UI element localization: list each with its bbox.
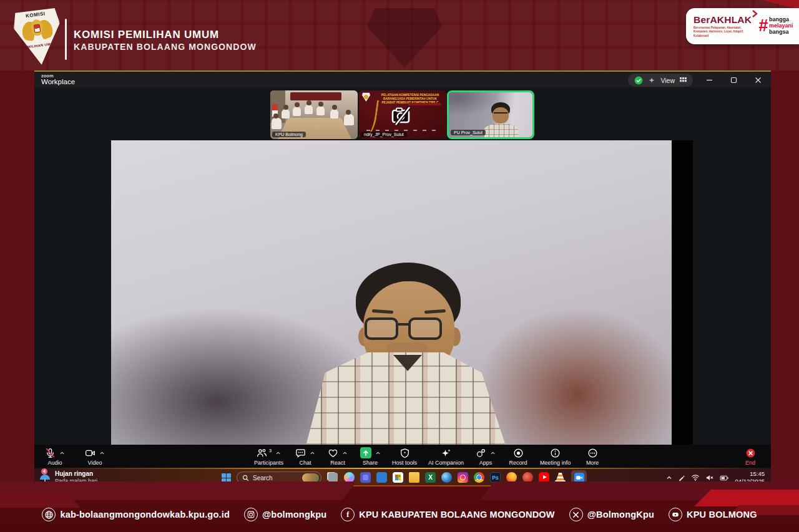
excel-icon[interactable]: X [425, 472, 436, 483]
desktop-screenshot: zoom Workplace View [34, 70, 771, 486]
ai-companion-button[interactable]: AI Companion [428, 447, 464, 466]
video-thumbnail-slide-share[interactable]: PELATIHAN KOMPETENSI PENGADAAN BARANG/JA… [359, 90, 446, 139]
file-explorer-icon[interactable] [409, 472, 419, 483]
x-handle: @BolmongKpu [587, 510, 654, 520]
google-earth-icon[interactable] [441, 472, 452, 483]
end-call-icon[interactable] [745, 448, 756, 458]
zoom-edition: Workplace [41, 78, 75, 85]
search-label: Search [253, 475, 298, 481]
tag-word: bangsa [769, 29, 793, 36]
instagram-item: @bolmongkpu [244, 508, 326, 521]
org-name: KOMISI PEMILIHAN UMUM [74, 29, 219, 41]
main-speaker-video [111, 140, 693, 445]
ai-sparkle-icon[interactable] [648, 77, 655, 84]
apps-icon[interactable] [476, 448, 486, 458]
blue-app-icon[interactable] [376, 472, 387, 483]
kpu-shield: KOMISI PEMILIHAN UMUM [12, 5, 65, 67]
zoom-toolbar: Audio Video [34, 445, 771, 469]
camera-icon[interactable] [85, 448, 96, 458]
x-item: @BolmongKpu [569, 508, 654, 521]
speaker-glasses [365, 317, 442, 340]
chevron-up-icon[interactable] [275, 451, 281, 455]
microsoft-store-icon[interactable] [393, 472, 403, 483]
hash-icon: # [758, 19, 768, 33]
battery-icon[interactable] [720, 475, 729, 481]
camera-off-icon [390, 106, 415, 126]
facebook-item: f KPU KABUPATEN BOLAANG MONGONDOW [341, 508, 554, 521]
more-button[interactable]: More [582, 447, 603, 466]
chat-icon[interactable] [295, 448, 306, 458]
chevron-up-icon[interactable] [310, 451, 315, 455]
zoom-meeting-area: KPU Bolmong PELATIHAN KOMPETENSI PENGADA… [34, 87, 771, 445]
kpu-logo: KOMISI PEMILIHAN UMUM [12, 5, 65, 67]
task-view-icon[interactable] [328, 473, 338, 482]
website-item: kab-bolaangmongondowkab.kpu.go.id [42, 508, 230, 521]
teams-icon[interactable] [360, 472, 371, 483]
globe-icon [42, 508, 56, 521]
participants-icon[interactable] [257, 448, 267, 458]
berakhlak-badge: BerAKHLAK Berorientasi Pelayanan, Akunta… [686, 8, 799, 44]
chevron-up-icon[interactable] [99, 451, 105, 455]
volume-muted-icon[interactable] [705, 474, 714, 481]
meeting-secure-icon[interactable] [634, 76, 643, 85]
berakhlak-title: BerAKHLAK [694, 14, 753, 26]
chevron-up-icon[interactable] [59, 451, 65, 455]
shield-icon[interactable] [400, 448, 410, 458]
search-icon [242, 475, 249, 481]
bangga-melayani-bangsa-logo: # bangga melayani bangsa [758, 17, 793, 35]
participants-button[interactable]: 3 Participants [254, 447, 283, 466]
instagram-icon [244, 508, 258, 521]
record-button[interactable]: Record [507, 447, 529, 466]
instagram-handle: @bolmongkpu [262, 510, 326, 520]
weather-condition: Hujan ringan [55, 470, 97, 478]
view-button-label[interactable]: View [660, 77, 675, 84]
record-icon[interactable] [513, 448, 524, 458]
heart-icon[interactable] [328, 448, 338, 458]
more-icon[interactable] [587, 448, 598, 458]
chevron-up-icon[interactable] [375, 451, 381, 455]
participant-name-label: KPU Bolmong [272, 132, 306, 137]
share-button[interactable]: Share [360, 447, 381, 466]
react-button[interactable]: React [327, 447, 348, 466]
header-divider [65, 19, 67, 60]
website-url: kab-bolaangmongondowkab.kpu.go.id [60, 510, 230, 520]
page: KOMISI PEMILIHAN UMUM KOMISI PEMILIHAN U… [0, 0, 799, 532]
x-icon [569, 508, 583, 521]
pen-icon[interactable] [678, 474, 685, 481]
instagram-icon[interactable] [458, 472, 468, 483]
host-tools-button[interactable]: Host tools [392, 447, 417, 466]
sparkle-icon[interactable] [441, 448, 451, 458]
close-button[interactable] [750, 74, 766, 87]
info-icon[interactable] [550, 448, 561, 458]
org-region: KABUPATEN BOLAANG MONGONDOW [74, 42, 257, 52]
video-letterbox [672, 140, 693, 445]
wifi-icon[interactable] [691, 474, 700, 481]
participant-name-label: ndry_JP_Prov_Sulut [361, 132, 407, 137]
mic-muted-icon[interactable] [45, 448, 56, 458]
apps-button[interactable]: Apps [475, 447, 496, 466]
zoom-title-bar: zoom Workplace View [34, 70, 771, 87]
meeting-info-button[interactable]: Meeting info [540, 447, 571, 466]
video-button[interactable]: Video [84, 447, 105, 466]
chevron-up-icon[interactable] [342, 451, 348, 455]
end-meeting-button[interactable]: End [740, 447, 761, 466]
notification-badge: 4 [41, 468, 47, 475]
view-grid-icon[interactable] [680, 77, 687, 84]
youtube-item: KPU BOLMONG [669, 508, 757, 521]
view-pill[interactable]: View [628, 74, 693, 87]
video-thumbnail-active-speaker[interactable]: PU Prov_Sulut [447, 90, 534, 139]
clock-time: 15:45 [735, 470, 765, 478]
video-thumbnail-kpu-bolmong[interactable]: KPU Bolmong [270, 90, 358, 139]
minimize-button[interactable] [701, 74, 717, 87]
chat-button[interactable]: Chat [295, 447, 316, 466]
footer-banner: kab-bolaangmongondowkab.kpu.go.id @bolmo… [0, 486, 799, 532]
footer-right-accent [694, 490, 799, 506]
audio-button[interactable]: Audio [44, 447, 66, 466]
tray-chevron-up-icon[interactable] [666, 475, 672, 480]
participants-count: 3 [269, 448, 272, 453]
share-screen-icon[interactable] [360, 447, 371, 458]
chevron-up-icon[interactable] [490, 451, 496, 455]
maximize-button[interactable] [725, 74, 742, 87]
chrome-icon[interactable] [474, 472, 484, 483]
participant-name-label: PU Prov_Sulut [451, 130, 486, 135]
